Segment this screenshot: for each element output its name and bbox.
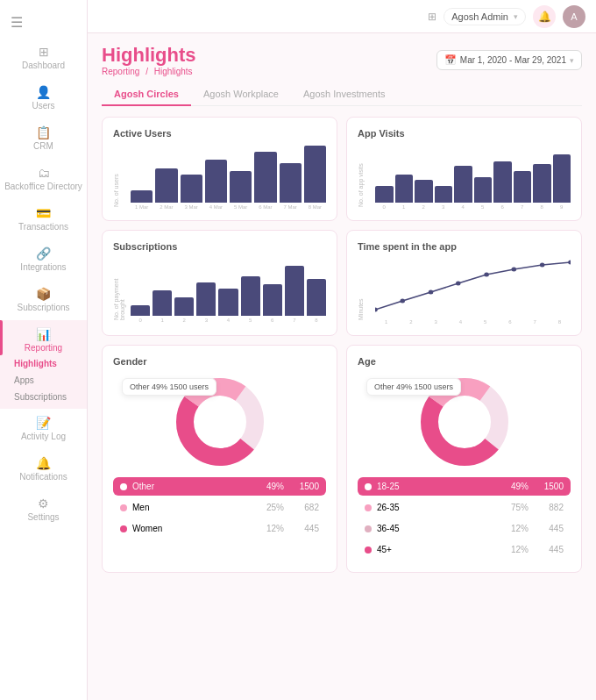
svg-point-1	[400, 299, 405, 304]
sidebar-label-activity-log: Activity Log	[21, 432, 66, 442]
page-title-area: Highlights Reporting / Highlights	[102, 44, 196, 76]
bar-1	[131, 190, 153, 203]
age-26-35-dot	[365, 504, 372, 511]
svg-point-4	[484, 273, 489, 277]
sidebar-item-settings[interactable]: ⚙ Settings	[0, 489, 87, 530]
user-dropdown[interactable]: Agosh Admin ▾	[443, 8, 526, 25]
gender-card: Gender Other 49% 1500 users	[102, 345, 337, 573]
sidebar-item-reporting[interactable]: 📊 Reporting	[0, 320, 87, 355]
subscriptions-icon: 📦	[36, 287, 51, 301]
gender-tooltip: Other 49% 1500 users	[122, 378, 216, 396]
breadcrumb: Reporting / Highlights	[102, 67, 196, 76]
subscriptions-ylabel: No. of payment brought	[113, 259, 125, 320]
svg-point-7	[568, 261, 571, 265]
tab-investments[interactable]: Agosh Investments	[291, 83, 398, 106]
gender-legend-men: Men 25% 682	[113, 498, 326, 517]
charts-grid-top: Active Users No. of users	[102, 117, 582, 336]
bar-chart-area	[131, 146, 326, 203]
sidebar-item-users[interactable]: 👤 Users	[0, 78, 87, 118]
sidebar: ☰ ⊞ Dashboard 👤 Users 📋 CRM 🗂 Backoffice…	[0, 0, 88, 700]
sidebar-label-subscriptions: Subscriptions	[17, 303, 69, 313]
bar-3	[181, 175, 202, 204]
bar-x-labels: 1 Mar 2 Mar 3 Mar 4 Mar 5 Mar 6 Mar 7 Ma…	[131, 204, 326, 210]
sidebar-label-notifications: Notifications	[19, 472, 67, 482]
age-title: Age	[358, 356, 571, 367]
age-legend-26-35: 26-35 75% 882	[358, 498, 571, 517]
sidebar-sub-apps[interactable]: Apps	[0, 372, 87, 389]
subscriptions-chart: No. of payment brought	[113, 259, 326, 323]
sidebar-item-notifications[interactable]: 🔔 Notifications	[0, 449, 87, 489]
active-users-bars: 1 Mar 2 Mar 3 Mar 4 Mar 5 Mar 6 Mar 7 Ma…	[131, 146, 326, 210]
svg-point-0	[375, 308, 378, 312]
date-range-picker[interactable]: 📅 Mar 1, 2020 - Mar 29, 2021 ▾	[436, 50, 582, 70]
subscriptions-card: Subscriptions No. of payment brought	[102, 230, 337, 336]
calendar-icon: 📅	[444, 54, 457, 66]
women-dot	[120, 525, 127, 532]
active-users-card: Active Users No. of users	[102, 117, 337, 221]
age-tooltip: Other 49% 1500 users	[366, 378, 461, 396]
sidebar-item-dashboard[interactable]: ⊞ Dashboard	[0, 38, 87, 78]
time-spent-chart: Minutes	[358, 259, 571, 325]
gender-legend-women: Women 12% 445	[113, 519, 326, 538]
sidebar-item-backoffice[interactable]: 🗂 Backoffice Directory	[0, 159, 87, 199]
age-18-25-dot	[365, 483, 372, 490]
age-legend-36-45: 36-45 12% 445	[358, 519, 571, 538]
sidebar-item-crm[interactable]: 📋 CRM	[0, 118, 87, 159]
dashboard-icon: ⊞	[39, 45, 49, 59]
bar-4	[205, 160, 227, 203]
age-45plus-dot	[365, 546, 372, 554]
tab-workplace[interactable]: Agosh Workplace	[191, 83, 291, 106]
gender-legend-other: Other 49% 1500	[113, 477, 326, 496]
page-header: Highlights Reporting / Highlights 📅 Mar …	[102, 44, 582, 76]
bell-icon: 🔔	[538, 11, 551, 23]
sidebar-item-transactions[interactable]: 💳 Transactions	[0, 199, 87, 239]
tabs-bar: Agosh Circles Agosh Workplace Agosh Inve…	[102, 83, 582, 106]
notification-bell[interactable]: 🔔	[533, 5, 556, 28]
bar-2	[155, 168, 177, 203]
donut-charts-row: Gender Other 49% 1500 users	[102, 345, 582, 573]
main-content: ⊞ Agosh Admin ▾ 🔔 A Highlights Reporting…	[88, 0, 596, 700]
age-donut-wrap: Other 49% 1500 users	[358, 374, 571, 470]
app-visits-title: App Visits	[358, 128, 571, 139]
gender-donut-wrap: Other 49% 1500 users	[113, 374, 326, 470]
users-icon: 👤	[36, 85, 51, 99]
sidebar-sub-subscriptions[interactable]: Subscriptions	[0, 389, 87, 405]
sidebar-item-integrations[interactable]: 🔗 Integrations	[0, 239, 87, 280]
sidebar-label-crm: CRM	[33, 141, 53, 152]
sidebar-item-subscriptions[interactable]: 📦 Subscriptions	[0, 280, 87, 320]
line-chart-svg	[375, 259, 571, 316]
user-name: Agosh Admin	[451, 11, 508, 22]
age-card: Age Other 49% 1500 users 18-25	[346, 345, 582, 573]
hamburger-icon[interactable]: ☰	[0, 7, 87, 38]
sidebar-sub-highlights[interactable]: Highlights	[0, 355, 87, 372]
age-36-45-dot	[365, 525, 372, 532]
active-users-chart: No. of users 1 M	[113, 146, 326, 210]
sidebar-label-dashboard: Dashboard	[22, 61, 65, 71]
integrations-icon: 🔗	[36, 246, 51, 261]
sidebar-label-users: Users	[32, 101, 54, 111]
bar-chart-area-2	[375, 146, 571, 203]
avatar[interactable]: A	[563, 5, 585, 28]
page-title: Highlights	[102, 44, 196, 67]
age-legend: 18-25 49% 1500 26-35 75% 882 36-45 12%	[358, 477, 571, 559]
sidebar-label-backoffice: Backoffice Directory	[4, 182, 82, 192]
activity-log-icon: 📝	[36, 416, 51, 430]
bar-5	[230, 171, 252, 203]
subscriptions-title: Subscriptions	[113, 241, 326, 252]
tab-circles[interactable]: Agosh Circles	[102, 83, 191, 106]
chevron-down-icon: ▾	[570, 56, 574, 65]
time-spent-line: 1 2 3 4 5 6 7 8	[375, 259, 571, 325]
settings-icon: ⚙	[38, 496, 49, 511]
transactions-icon: 💳	[36, 206, 51, 220]
age-legend-45plus: 45+ 12% 445	[358, 540, 571, 559]
app-visits-ylabel: No. of app visits	[358, 146, 364, 207]
svg-point-3	[456, 282, 461, 286]
gender-title: Gender	[113, 356, 326, 367]
bar-8	[304, 146, 326, 203]
subscriptions-bars: 0 1 2 3 4 5 6 7 8	[131, 259, 326, 323]
men-dot	[120, 504, 127, 511]
app-visits-xlabels: 0 1 2 3 4 5 6 7 8 9	[375, 204, 571, 210]
app-visits-chart: No. of app visits	[358, 146, 571, 210]
sidebar-label-integrations: Integrations	[20, 262, 66, 273]
sidebar-item-activity-log[interactable]: 📝 Activity Log	[0, 409, 87, 449]
